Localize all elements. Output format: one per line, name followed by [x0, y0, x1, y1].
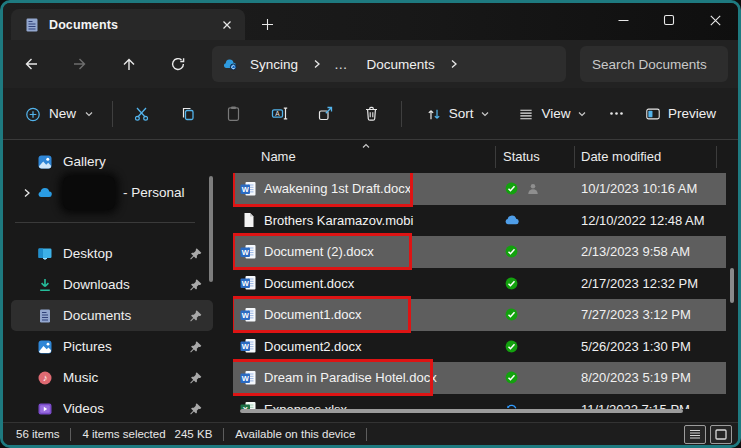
toolbar-divider	[112, 101, 113, 127]
onedrive-icon	[37, 185, 53, 201]
file-name-cell[interactable]: Brothers Karamazov.mobi	[233, 205, 495, 237]
breadcrumb-documents[interactable]: Documents	[359, 54, 443, 75]
chevron-right-icon[interactable]	[310, 59, 324, 69]
new-button[interactable]: New	[13, 96, 106, 132]
file-name-cell[interactable]: XExpenses.xlsx	[233, 394, 495, 410]
delete-button[interactable]	[350, 96, 394, 132]
file-name-cell[interactable]: WAwakening 1st Draft.docx	[233, 173, 495, 205]
svg-text:W: W	[242, 247, 250, 256]
table-row[interactable]: WDocument (2).docx2/13/2023 9:58 AM	[233, 236, 738, 268]
sidebar-item-label: Desktop	[63, 246, 189, 261]
table-row[interactable]: WDocument1.docx7/27/2023 3:12 PM	[233, 299, 738, 331]
file-date-modified: 2/17/2023 12:32 PM	[581, 268, 698, 300]
svg-text:W: W	[242, 279, 250, 288]
close-button[interactable]	[692, 3, 738, 37]
column-header-date-modified[interactable]: Date modified	[581, 149, 661, 164]
sidebar-item-downloads[interactable]: Downloads	[11, 269, 213, 300]
table-row[interactable]: WDocument.docx2/17/2023 12:32 PM	[233, 268, 738, 300]
table-row[interactable]: WAwakening 1st Draft.docx10/1/2023 10:16…	[233, 173, 738, 205]
sidebar-scrollbar[interactable]	[209, 176, 213, 282]
minimize-button[interactable]	[600, 3, 646, 37]
refresh-button[interactable]	[158, 46, 198, 82]
file-name: Dream in Paradise Hotel.docx	[264, 370, 437, 385]
new-tab-button[interactable]	[254, 11, 280, 37]
file-date-modified: 2/13/2023 9:58 AM	[581, 236, 690, 268]
sidebar-item-documents[interactable]: Documents	[11, 300, 213, 331]
view-list-icon	[518, 106, 534, 122]
file-name: Document1.docx	[264, 307, 362, 322]
sidebar-item-pictures[interactable]: Pictures	[11, 331, 213, 362]
view-button[interactable]: View	[508, 96, 597, 132]
music-icon: ♪	[37, 370, 53, 386]
delete-icon	[363, 105, 380, 122]
sidebar-item-desktop[interactable]: Desktop	[11, 238, 213, 269]
sidebar-item-onedrive-personal[interactable]: - Personal	[11, 177, 213, 208]
column-header-status[interactable]: Status	[503, 149, 540, 164]
file-name-cell[interactable]: WDocument (2).docx	[233, 236, 495, 268]
cloud-status-icon	[504, 213, 520, 227]
table-row[interactable]: XExpenses.xlsx11/1/2022 7:15 PM	[233, 394, 738, 410]
status-divider	[223, 428, 224, 441]
breadcrumb-overflow[interactable]: …	[328, 57, 355, 72]
column-divider[interactable]	[574, 146, 575, 168]
sidebar: Gallery- PersonalDesktopDownloadsDocumen…	[3, 140, 233, 422]
back-button[interactable]	[11, 46, 51, 82]
file-status-cell	[495, 331, 575, 363]
column-divider[interactable]	[716, 146, 717, 168]
window-controls	[600, 3, 738, 37]
paste-icon	[225, 105, 242, 122]
sidebar-item-music[interactable]: ♪Music	[11, 362, 213, 393]
table-row[interactable]: WDream in Paradise Hotel.docx8/20/2023 5…	[233, 362, 738, 394]
pin-icon	[189, 340, 203, 354]
cut-button[interactable]	[120, 96, 164, 132]
forward-button[interactable]	[60, 46, 100, 82]
rename-icon: A	[271, 105, 289, 122]
tab-close-icon[interactable]	[217, 15, 237, 35]
sidebar-item-gallery[interactable]: Gallery	[11, 146, 213, 177]
maximize-button[interactable]	[646, 3, 692, 37]
column-header-name[interactable]: Name	[261, 149, 296, 164]
sort-button[interactable]: Sort	[416, 96, 501, 132]
sidebar-item-videos[interactable]: Videos	[11, 393, 213, 424]
sidebar-divider	[15, 222, 195, 223]
paste-button[interactable]	[212, 96, 256, 132]
more-options-button[interactable]	[598, 96, 634, 132]
syncing-status-icon	[504, 402, 519, 409]
table-row[interactable]: Brothers Karamazov.mobi12/10/2022 12:48 …	[233, 205, 738, 237]
tab-documents[interactable]: Documents	[11, 9, 245, 40]
sidebar-item-label: Gallery	[63, 154, 203, 169]
chevron-right-icon[interactable]	[447, 59, 461, 69]
word-file-icon: W	[240, 370, 257, 386]
file-name-cell[interactable]: WDocument2.docx	[233, 331, 495, 363]
file-name-cell[interactable]: WDocument1.docx	[233, 299, 495, 331]
copy-button[interactable]	[166, 96, 210, 132]
rename-button[interactable]: A	[258, 96, 302, 132]
breadcrumb-syncing[interactable]: Syncing	[242, 54, 306, 75]
file-date-modified: 7/27/2023 3:12 PM	[581, 299, 691, 331]
chevron-down-icon	[577, 109, 587, 119]
icons-view-button[interactable]	[710, 425, 732, 444]
chevron-right-icon[interactable]	[22, 188, 32, 198]
svg-text:W: W	[242, 342, 250, 351]
share-icon	[317, 105, 334, 122]
file-name: Brothers Karamazov.mobi	[264, 213, 413, 228]
file-explorer-window: Documents Syncing … Documents New A	[0, 0, 741, 448]
horizontal-scrollbar[interactable]	[240, 409, 683, 413]
vertical-scrollbar[interactable]	[730, 268, 734, 303]
share-button[interactable]	[304, 96, 348, 132]
breadcrumb[interactable]: Syncing … Documents	[212, 46, 566, 82]
preview-button[interactable]: Preview	[635, 96, 726, 132]
file-name: Document (2).docx	[264, 244, 374, 259]
search-input[interactable]	[580, 46, 728, 82]
column-divider[interactable]	[495, 146, 496, 168]
details-view-button[interactable]	[684, 425, 706, 444]
table-row[interactable]: WDocument2.docx5/26/2023 1:30 PM	[233, 331, 738, 363]
file-name: Expenses.xlsx	[264, 402, 347, 409]
redacted-account-name	[63, 176, 115, 210]
up-button[interactable]	[109, 46, 149, 82]
file-date-modified: 8/20/2023 5:19 PM	[581, 362, 691, 394]
file-name-cell[interactable]: WDocument.docx	[233, 268, 495, 300]
word-file-icon: W	[240, 338, 257, 354]
navigation-bar: Syncing … Documents	[3, 40, 738, 88]
file-name-cell[interactable]: WDream in Paradise Hotel.docx	[233, 362, 495, 394]
